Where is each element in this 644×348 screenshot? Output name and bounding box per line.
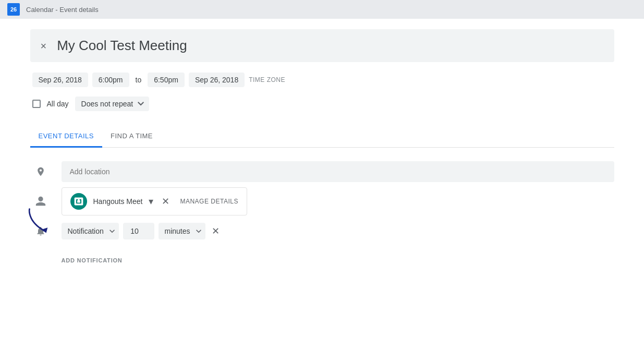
- notification-type-select[interactable]: Notification Email: [62, 223, 119, 239]
- hangouts-dropdown-icon[interactable]: ▾: [149, 196, 153, 207]
- video-conference-content: Hangouts Meet ▾ ✕ MANAGE DETAILS: [62, 187, 614, 215]
- location-icon-container: [30, 166, 51, 177]
- datetime-row: Sep 26, 2018 6:00pm to 6:50pm Sep 26, 20…: [30, 73, 614, 87]
- tab-find-a-time[interactable]: FIND A TIME: [102, 126, 161, 148]
- notification-content: Notification Email minutes hours days we…: [62, 219, 614, 244]
- add-notification-button[interactable]: ADD NOTIFICATION: [62, 252, 123, 269]
- bell-icon-container: [30, 226, 51, 236]
- video-row: Hangouts Meet ▾ ✕ MANAGE DETAILS: [62, 187, 247, 215]
- tab-event-details[interactable]: EVENT DETAILS: [30, 126, 102, 148]
- start-date-button[interactable]: Sep 26, 2018: [32, 73, 88, 87]
- notification-remove-button[interactable]: ✕: [212, 225, 220, 237]
- allday-row: All day Does not repeat Every day Every …: [30, 97, 614, 111]
- end-time-button[interactable]: 6:50pm: [148, 73, 185, 87]
- location-content: [62, 161, 614, 182]
- header-row: × My Cool Test Meeting: [30, 29, 614, 62]
- to-label: to: [133, 76, 144, 84]
- person-icon: [35, 196, 46, 207]
- start-time-button[interactable]: 6:00pm: [92, 73, 129, 87]
- calendar-icon: 26: [7, 3, 20, 16]
- manage-details-button[interactable]: MANAGE DETAILS: [180, 198, 238, 205]
- person-icon-container: [30, 196, 51, 207]
- location-input[interactable]: [62, 161, 614, 182]
- location-row: [30, 158, 614, 185]
- add-notification-row: ADD NOTIFICATION: [62, 247, 614, 274]
- hangouts-remove-button[interactable]: ✕: [162, 196, 169, 207]
- notification-unit-select[interactable]: minutes hours days weeks: [159, 223, 205, 239]
- bell-icon: [35, 226, 46, 236]
- allday-label: All day: [47, 100, 69, 108]
- allday-checkbox[interactable]: [32, 100, 41, 108]
- pin-icon: [35, 166, 46, 177]
- topbar-title: Calendar - Event details: [26, 6, 99, 14]
- tabs: EVENT DETAILS FIND A TIME: [30, 126, 614, 148]
- video-conference-row: Hangouts Meet ▾ ✕ MANAGE DETAILS: [30, 187, 614, 215]
- notification-controls: Notification Email minutes hours days we…: [62, 219, 614, 244]
- hangouts-icon: [70, 193, 87, 210]
- timezone-button[interactable]: TIME ZONE: [249, 76, 285, 83]
- topbar: 26 Calendar - Event details: [0, 0, 644, 19]
- hangouts-label: Hangouts Meet: [93, 197, 143, 206]
- end-date-button[interactable]: Sep 26, 2018: [189, 73, 245, 87]
- notification-value-input[interactable]: [123, 223, 154, 239]
- main-container: × My Cool Test Meeting Sep 26, 2018 6:00…: [15, 19, 630, 286]
- notification-row: Notification Email minutes hours days we…: [30, 218, 614, 245]
- repeat-select[interactable]: Does not repeat Every day Every week Eve…: [75, 97, 149, 111]
- event-title: My Cool Test Meeting: [57, 38, 187, 54]
- close-button[interactable]: ×: [41, 41, 47, 51]
